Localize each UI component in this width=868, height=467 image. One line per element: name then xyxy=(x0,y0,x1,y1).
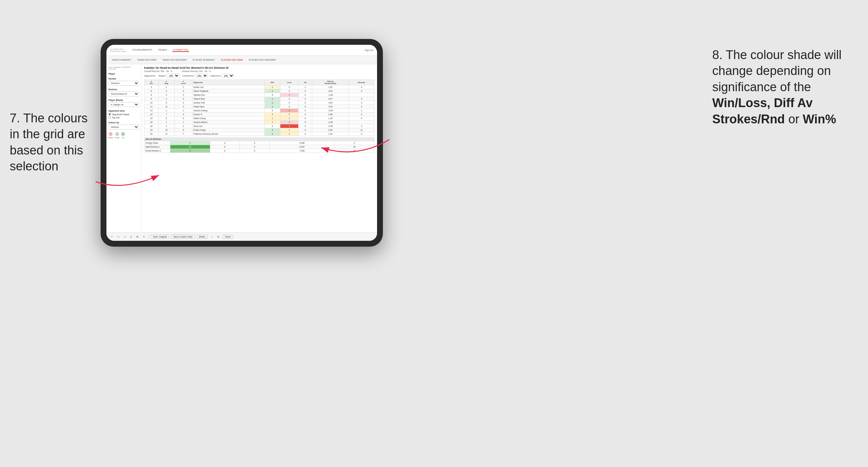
filter-conference-select[interactable]: (All) xyxy=(195,74,208,78)
save-custom-btn[interactable]: Save Custom View xyxy=(171,235,195,239)
cell-rounds: 4 xyxy=(349,85,374,89)
ood-cell-tie: 0 xyxy=(240,149,270,153)
filter-opponents-label: Opponents: xyxy=(144,75,156,77)
out-of-division-header: Out of division xyxy=(144,137,374,141)
cell-tie: 0 xyxy=(299,113,312,117)
th-conf: #Conf xyxy=(174,80,192,85)
cell-rounds: 2 xyxy=(349,124,374,128)
undo-btn[interactable]: ↩ xyxy=(110,235,114,239)
ood-cell-rounds: 10 xyxy=(335,149,374,153)
cell-tie: 0 xyxy=(299,124,312,128)
copy-btn[interactable]: ⎘ xyxy=(129,235,133,239)
legend-up: Up xyxy=(121,132,125,138)
cell-conf: 1 xyxy=(174,120,192,124)
cell-div: 10 xyxy=(145,101,159,105)
cell-rounds: 9 xyxy=(349,113,374,117)
nav-teams[interactable]: TEAMS xyxy=(157,49,168,52)
cell-opponent: Sydney Kuo xyxy=(192,93,265,97)
th-win: Win xyxy=(265,80,280,85)
grid-area: Katelyn Vo Head-to-Head Grid for Women's… xyxy=(142,64,377,232)
grid-record: Overall Record: 353 - 34 - 6 Division Re… xyxy=(144,70,374,72)
cell-loss: 0 xyxy=(280,101,299,105)
sub-nav-player-h2h-heatmap[interactable]: PLAYER H2H HEATMAP xyxy=(248,58,277,62)
cell-reg: 8 xyxy=(158,117,174,120)
sidebar-player-rank-select[interactable]: 8. Katelyn Vo xyxy=(108,102,139,107)
cell-rounds: 3 xyxy=(349,97,374,101)
filter-conference-label: Conference xyxy=(182,75,194,77)
cell-rounds: 11 xyxy=(349,128,374,132)
ood-cell-win: 15 xyxy=(170,145,210,149)
cell-reg: 1 xyxy=(158,97,174,101)
watch-btn[interactable]: Watch xyxy=(197,235,208,239)
table-row: 9 1 4 Sharon Mun 1 0 0 3.67 3 xyxy=(145,97,374,101)
cell-conf: 2 xyxy=(174,89,192,93)
cell-diff: 3.67 xyxy=(312,97,349,101)
sub-nav-team-h2h-grid[interactable]: TEAM H2H GRID xyxy=(136,58,158,62)
sidebar-gender-section: Gender Women's xyxy=(108,77,139,86)
cell-conf: 6 xyxy=(174,128,192,132)
sidebar-radio-opponents-played[interactable]: Opponents Played xyxy=(108,113,139,116)
bottom-toolbar: ↩ ↪ ↩ ⎘ ⌘ ↻ View: Original Save Custom V… xyxy=(106,232,377,241)
cell-loss: 1 xyxy=(280,132,299,136)
sub-nav-player-summary[interactable]: PLAYER SUMMARY xyxy=(191,58,216,62)
sidebar-colour-by-label: Colour by xyxy=(108,121,139,124)
sub-nav-player-h2h-grid[interactable]: PLAYER H2H GRID xyxy=(220,58,244,62)
undo2-btn[interactable]: ↩ xyxy=(123,235,127,239)
sidebar-radio-top100[interactable]: Top 100 xyxy=(108,116,139,119)
cell-tie: 0 xyxy=(299,132,312,136)
table-row: 5 2 2 Alexis Sudjianto 1 0 0 4.00 3 xyxy=(145,89,374,93)
cell-loss: 2 xyxy=(280,120,299,124)
sidebar-gender-select[interactable]: Women's xyxy=(108,81,139,86)
legend-level-dot xyxy=(115,132,119,136)
sub-nav: TEAM SUMMARY TEAM H2H GRID TEAM H2H HEAT… xyxy=(106,56,377,64)
fullscreen-btn[interactable]: ⤢ xyxy=(210,235,214,239)
cell-div: 19 xyxy=(145,128,159,132)
filter-opponent-group: Opponent (All) xyxy=(211,74,235,78)
ood-table-row: NCAA Division 2 5 0 0 7.400 10 xyxy=(145,149,374,153)
cell-loss: 1 xyxy=(280,128,299,132)
tablet-frame: SCOREBOARD Powered by clippd TOURNAMENTS… xyxy=(101,39,383,247)
app-logo: SCOREBOARD Powered by clippd xyxy=(110,49,126,52)
legend-down-dot xyxy=(109,132,113,136)
filter-region-select[interactable]: (All) xyxy=(166,74,180,78)
cell-reg: 11 xyxy=(158,132,174,136)
cell-win: 0 xyxy=(265,109,280,113)
nav-committee[interactable]: COMMITTEE xyxy=(172,49,189,52)
cell-loss: 2 xyxy=(280,113,299,117)
paste-btn[interactable]: ⌘ xyxy=(135,235,140,239)
ood-table-row: NAIA Division 1 15 0 0 9.267 30 xyxy=(145,145,374,149)
sign-out-link[interactable]: Sign out xyxy=(365,49,373,51)
cell-win: 1 xyxy=(265,120,280,124)
cell-diff: -1.00 xyxy=(312,93,349,97)
table-row: 6 3 3 Sydney Kuo 0 1 0 -1.00 xyxy=(145,93,374,97)
nav-tournaments[interactable]: TOURNAMENTS xyxy=(131,49,153,52)
cell-reg: 3 xyxy=(158,93,174,97)
view-original-btn[interactable]: View: Original xyxy=(151,235,169,239)
th-div: #Div xyxy=(145,80,159,85)
sidebar-division-section: Division NCAA Division III xyxy=(108,88,139,96)
refresh-btn[interactable]: ↻ xyxy=(142,235,146,239)
sub-nav-team-h2h-heatmap[interactable]: TEAM H2H HEATMAP xyxy=(161,58,188,62)
cell-tie: 0 xyxy=(299,101,312,105)
grid-btn[interactable]: ⊞ xyxy=(216,235,221,239)
cell-rounds xyxy=(349,93,374,97)
table-row: 10 6 3 Andrea York 2 0 0 4.00 4 xyxy=(145,101,374,105)
tablet-screen: SCOREBOARD Powered by clippd TOURNAMENTS… xyxy=(106,45,377,241)
cell-loss: 0 xyxy=(280,89,299,93)
cell-win: 0 xyxy=(265,93,280,97)
sidebar-division-label: Division xyxy=(108,88,139,91)
cell-win: 1 xyxy=(265,85,280,89)
cell-rounds xyxy=(349,120,374,124)
share-btn[interactable]: Share xyxy=(223,235,233,239)
cell-opponent: Alexis Sudjianto xyxy=(192,89,265,93)
cell-loss: 0 xyxy=(280,85,299,89)
filter-opponent-select[interactable]: (All) xyxy=(221,74,234,78)
sidebar-division-select[interactable]: NCAA Division III xyxy=(108,92,139,96)
th-opponent: Opponent xyxy=(192,80,265,85)
sidebar-colour-by-select[interactable]: Win/loss xyxy=(108,125,139,129)
redo-btn[interactable]: ↪ xyxy=(116,235,121,239)
sub-nav-team-summary[interactable]: TEAM SUMMARY xyxy=(110,58,133,62)
cell-reg: 6 xyxy=(158,101,174,105)
cell-loss: 1 xyxy=(280,117,299,120)
cell-diff: 0.30 xyxy=(312,128,349,132)
